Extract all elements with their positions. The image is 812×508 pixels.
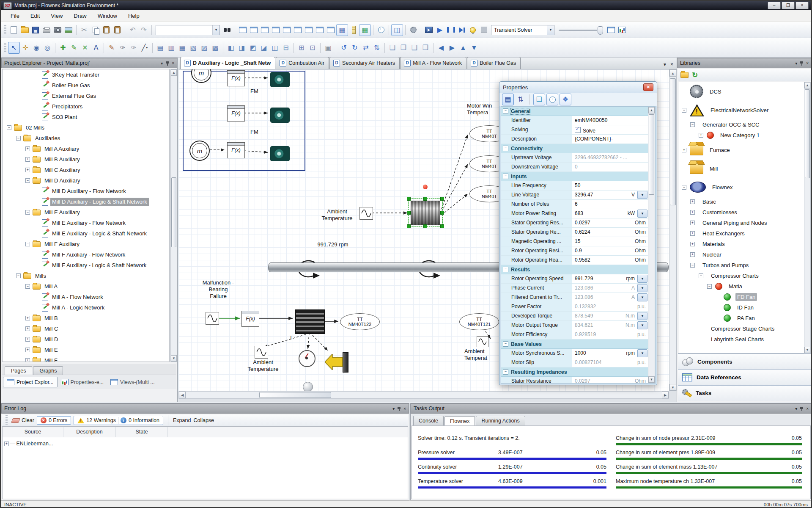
property-value[interactable]: 3296.47 xyxy=(572,190,618,199)
options-gear-icon[interactable] xyxy=(408,25,419,36)
zoom-region-tool-icon[interactable]: ◎ xyxy=(42,42,53,53)
property-value[interactable]: 834.621 xyxy=(572,321,618,330)
property-value[interactable]: 0 xyxy=(572,163,629,171)
expand-button[interactable]: Expand xyxy=(173,417,191,423)
pin-icon[interactable] xyxy=(166,61,169,66)
distribute-horizontal-icon[interactable]: ◧ xyxy=(225,42,236,53)
bottom-tab-properties[interactable]: Properties-e... xyxy=(58,377,107,387)
property-row[interactable]: Power Factor0.132832p.u. xyxy=(501,302,648,312)
menu-edit[interactable]: Edit xyxy=(25,11,45,21)
property-category[interactable]: −Inputs xyxy=(501,172,648,181)
temperature-transmitter-node[interactable]: TTNM40T122 xyxy=(340,313,380,330)
panel-close-icon[interactable]: × xyxy=(806,61,809,66)
panel-menu-icon[interactable]: ▾ xyxy=(392,406,395,411)
property-row[interactable]: Motor Output Torque834.621N.m▼ xyxy=(501,321,648,330)
bring-front-icon[interactable]: ❏ xyxy=(387,42,398,53)
size-width-icon[interactable]: ⊞ xyxy=(296,42,307,53)
column-source[interactable]: Source xyxy=(3,427,63,437)
fit-selection-icon[interactable]: ⊟ xyxy=(280,42,291,53)
ruler-icon[interactable] xyxy=(348,25,359,36)
save-icon[interactable] xyxy=(30,25,41,36)
select-tool-icon[interactable]: ↖ xyxy=(8,42,20,54)
results-chart-icon[interactable] xyxy=(617,25,628,36)
property-row[interactable]: Motor Efficiency0.928519p.u. xyxy=(501,330,648,340)
library-item[interactable]: −Flownex xyxy=(678,178,810,196)
property-value[interactable]: 0.6224 xyxy=(572,228,629,237)
tab-flownex[interactable]: Flownex xyxy=(444,416,475,426)
rotate-left-icon[interactable]: ↺ xyxy=(338,42,349,53)
warnings-filter-button[interactable]: 12 Warnings xyxy=(86,417,116,423)
tree-item[interactable]: −Mill F Auxiliary xyxy=(3,239,169,249)
gauge-indicator[interactable] xyxy=(299,350,315,367)
panel-menu-icon[interactable]: ▾ xyxy=(795,61,797,66)
tree-item[interactable]: +Precipitators xyxy=(3,101,169,112)
solver-combo[interactable]: Transient Solver▾ xyxy=(491,25,554,35)
property-row[interactable]: Stator Operating Re...0.6224Ohm xyxy=(501,228,648,237)
property-value[interactable]: 0.132832 xyxy=(572,302,629,311)
same-width-icon[interactable]: ◪ xyxy=(258,42,269,53)
tree-item[interactable]: −Mill E Auxiliary xyxy=(3,207,169,218)
refresh-library-icon[interactable]: ↻ xyxy=(692,71,698,80)
size-height-icon[interactable]: ⊡ xyxy=(307,42,318,53)
column-description[interactable]: Description xyxy=(63,427,116,437)
property-row[interactable]: Rotor Operating Speed991.729rpm▼ xyxy=(501,274,648,284)
new-file-icon[interactable] xyxy=(8,25,19,36)
clear-button[interactable]: Clear xyxy=(12,417,34,423)
tree-item[interactable]: −Mill A xyxy=(3,281,169,292)
property-value[interactable]: 123.086 xyxy=(572,284,618,293)
property-value[interactable]: 6 xyxy=(572,200,629,209)
property-value[interactable]: 15 xyxy=(572,237,629,246)
minimize-button[interactable]: – xyxy=(768,2,781,9)
property-value[interactable]: 0.0297 xyxy=(572,218,629,227)
property-row[interactable]: Phase Current123.086A▼ xyxy=(501,284,648,293)
tree-item[interactable]: +Mill A - Logic Network xyxy=(3,302,169,313)
view-window-icon-8[interactable] xyxy=(314,25,325,36)
tree-item[interactable]: −Mills xyxy=(3,271,169,281)
function-block[interactable]: F(x) xyxy=(241,311,259,327)
unit-dropdown[interactable]: ▼ xyxy=(637,275,647,283)
property-category[interactable]: −Results xyxy=(501,265,648,274)
property-category[interactable]: −General xyxy=(501,107,648,116)
property-value[interactable]: 1000 xyxy=(572,349,618,358)
tree-item[interactable]: +Mill A Auxiliary xyxy=(3,144,169,154)
search-combo[interactable]: ▾ xyxy=(156,25,220,35)
tree-item[interactable]: +Mill E Auxiliary - Logic & Shaft Networ… xyxy=(3,228,169,239)
pause-solver-icon[interactable] xyxy=(445,25,456,36)
signal-source-node[interactable] xyxy=(359,207,373,220)
tree-item[interactable]: +Mill E Auxiliary - Flow Network xyxy=(3,218,169,228)
tab-close-icon[interactable]: × xyxy=(670,61,673,67)
tree-item[interactable]: +Mill C xyxy=(3,323,169,334)
library-item[interactable]: −Matla xyxy=(678,281,810,292)
scheduler-clock-icon[interactable] xyxy=(376,25,387,36)
bottom-tab-project-explorer[interactable]: Project Explor... xyxy=(3,377,58,387)
properties-scrollbar[interactable]: ▲ ▼ xyxy=(648,107,655,383)
property-category[interactable]: −Connectivity xyxy=(501,144,648,153)
library-item[interactable]: +PA Fan xyxy=(678,313,810,323)
property-value[interactable]: 0.00827104 xyxy=(572,358,629,367)
sort-az-icon[interactable]: ⇅ xyxy=(515,94,526,105)
property-value[interactable]: {COMPONENT}- xyxy=(572,135,629,144)
panel-menu-icon[interactable]: ▾ xyxy=(161,61,163,66)
library-item[interactable]: −Compressor Charts xyxy=(678,271,810,281)
tree-item[interactable]: +3Key Heat Transfer xyxy=(3,69,169,80)
property-category[interactable]: −Base Values xyxy=(501,340,648,349)
library-item[interactable]: +Compressor Stage Charts xyxy=(678,323,810,334)
align-top-icon[interactable]: ▧ xyxy=(188,42,199,53)
properties-title-bar[interactable]: Properties ✕ xyxy=(499,82,657,93)
library-item[interactable]: +General Piping and Nodes xyxy=(678,218,810,228)
property-row[interactable]: Number of Poles6 xyxy=(501,200,648,209)
tab-pages[interactable]: Pages xyxy=(5,366,32,375)
property-value[interactable]: Solve xyxy=(572,125,629,134)
unit-dropdown[interactable]: ▼ xyxy=(637,191,647,199)
hint-icon[interactable] xyxy=(467,25,478,36)
fan-component[interactable] xyxy=(270,108,290,123)
tree-item[interactable]: +Mill D Auxiliary - Flow Network xyxy=(3,186,169,196)
ungroup-icon[interactable]: ❒ xyxy=(420,42,431,53)
library-item[interactable]: +Furnace xyxy=(678,141,810,159)
copy-icon[interactable] xyxy=(90,25,101,36)
property-row[interactable]: Magnetic Operating ...15Ohm xyxy=(501,237,648,246)
property-value[interactable]: 0.928519 xyxy=(572,330,629,339)
show-grid-icon[interactable]: ▦ xyxy=(336,24,348,36)
property-value[interactable]: 50 xyxy=(572,181,629,190)
collapse-button[interactable]: Collapse xyxy=(193,417,214,423)
